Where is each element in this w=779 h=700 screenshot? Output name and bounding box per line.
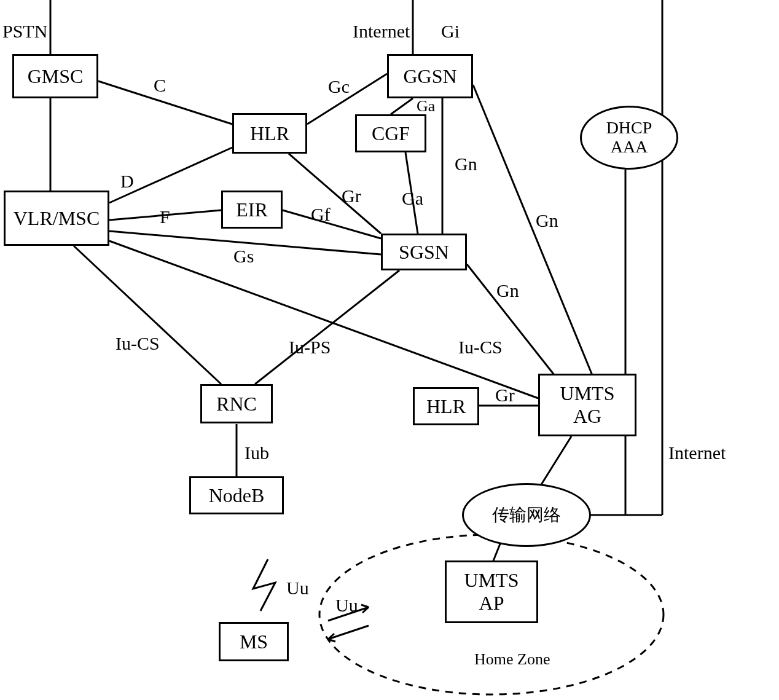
- node-ms: MS: [219, 622, 289, 661]
- label-f: F: [160, 206, 170, 227]
- node-hlr: HLR: [232, 113, 307, 154]
- label-iu-ps: Iu-PS: [289, 337, 331, 358]
- node-cgf: CGF: [355, 114, 426, 152]
- node-label: GGSN: [403, 65, 456, 88]
- label-gi: Gi: [441, 21, 460, 42]
- svg-line-16: [255, 270, 399, 384]
- label-gr2: Gr: [495, 385, 515, 406]
- node-label: HLR: [250, 122, 289, 145]
- node-sgsn: SGSN: [381, 234, 467, 270]
- label-gs: Gs: [233, 246, 254, 267]
- label-gf: Gf: [311, 204, 331, 225]
- node-umts-ap: UMTS AP: [445, 560, 538, 623]
- label-iu-cs2: Iu-CS: [458, 337, 503, 358]
- node-nodeb: NodeB: [189, 476, 284, 514]
- node-dhcp-aaa: DHCP AAA: [580, 106, 678, 170]
- node-label: EIR: [236, 199, 268, 221]
- label-c: C: [154, 75, 166, 96]
- node-gmsc: GMSC: [12, 54, 98, 98]
- node-label: MS: [240, 631, 268, 653]
- node-hlr2: HLR: [413, 387, 479, 425]
- node-label: NodeB: [209, 484, 265, 507]
- label-iub: Iub: [245, 442, 269, 463]
- node-rnc: RNC: [200, 384, 273, 423]
- svg-line-20: [541, 436, 571, 486]
- node-umts-ag: UMTS AG: [538, 374, 636, 436]
- node-eir: EIR: [221, 191, 283, 229]
- label-iu-cs1: Iu-CS: [115, 333, 160, 354]
- label-home-zone: Home Zone: [474, 650, 550, 669]
- label-uu2: Uu: [335, 595, 358, 616]
- svg-line-17: [109, 241, 538, 398]
- node-label: HLR: [426, 395, 466, 418]
- node-label: DHCP AAA: [606, 119, 652, 157]
- label-internet-right: Internet: [668, 442, 726, 463]
- node-label: VLR/MSC: [14, 207, 100, 230]
- node-label: 传输网络: [492, 506, 561, 525]
- node-label: RNC: [216, 393, 257, 415]
- node-ggsn: GGSN: [387, 54, 473, 98]
- label-ga-top: Ga: [417, 97, 435, 116]
- label-gc: Gc: [328, 76, 350, 97]
- label-gn3: Gn: [496, 280, 519, 301]
- label-gn1: Gn: [455, 154, 477, 175]
- label-d: D: [120, 171, 134, 192]
- node-label: CGF: [372, 122, 410, 145]
- label-internet-top: Internet: [353, 21, 410, 42]
- node-label: SGSN: [399, 241, 449, 264]
- svg-line-15: [74, 246, 221, 384]
- svg-line-12: [283, 210, 381, 238]
- node-label: GMSC: [28, 65, 84, 88]
- node-label: UMTS AP: [464, 569, 519, 615]
- label-gr: Gr: [342, 186, 361, 206]
- svg-line-5: [391, 98, 413, 114]
- node-label: UMTS AG: [560, 382, 615, 428]
- label-gn2: Gn: [536, 210, 558, 231]
- label-ga-mid: Ga: [402, 188, 423, 209]
- node-transport-network: 传输网络: [462, 483, 591, 547]
- label-pstn: PSTN: [2, 21, 47, 42]
- svg-line-10: [289, 154, 381, 234]
- node-vlr-msc: VLR/MSC: [4, 191, 109, 246]
- label-uu: Uu: [286, 578, 309, 599]
